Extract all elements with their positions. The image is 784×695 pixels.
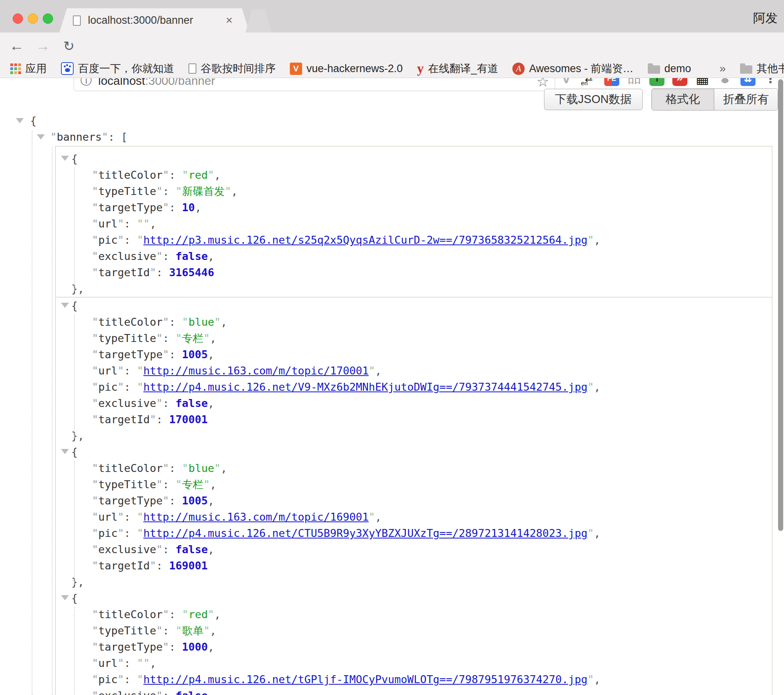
download-json-button[interactable]: 下载JSON数据 [544, 89, 643, 110]
json-object-close-line: }, [56, 281, 772, 297]
json-banner-object: {"titleColor": "red","typeTitle": "歌单","… [56, 590, 772, 695]
indent-guide [74, 607, 75, 695]
json-property-line: "titleColor": "blue", [56, 314, 772, 330]
window-fullscreen-button[interactable] [43, 13, 53, 24]
format-button[interactable]: 格式化 [652, 89, 714, 110]
json-property-line: "targetType": 1005, [56, 346, 772, 363]
json-property-line: "titleColor": "red", [56, 606, 772, 622]
bookmarks-bar: 应用 百度一下，你就知道 谷歌按时间排序 V vue-hackernews-2.… [0, 59, 784, 78]
baidu-paw-icon [61, 62, 74, 75]
other-bookmarks-folder[interactable]: 其他书签 [740, 61, 784, 76]
json-property-line: "typeTitle": "歌单", [56, 622, 772, 639]
json-property-line: "targetId": 3165446 [56, 264, 772, 281]
browser-tab[interactable]: localhost:3000/banner × [59, 8, 249, 32]
page-icon [188, 63, 196, 74]
browser-profile-name[interactable]: 阿发 [753, 10, 778, 27]
json-url-link[interactable]: http://p4.music.126.net/tGPljf-IMOCyPvum… [143, 673, 588, 685]
json-property-line: "exclusive": false, [56, 395, 772, 411]
json-property-line: "exclusive": false, [56, 687, 772, 695]
indent-guide [74, 461, 75, 584]
json-property-line: "url": "http://music.163.com/m/topic/170… [56, 363, 772, 379]
new-tab-button[interactable] [245, 10, 272, 32]
json-property-line: "pic": "http://p4.music.126.net/V9-MXz6b… [56, 379, 772, 395]
tab-favicon-page-icon [73, 15, 81, 26]
json-url-link[interactable]: http://p3.music.126.net/s25q2x5QyqsAzilC… [143, 234, 588, 246]
json-banner-object: {"titleColor": "red","typeTitle": "新碟首发"… [56, 151, 772, 298]
json-viewer: { "banners": [ {"titleColor": "red","typ… [0, 113, 784, 695]
bookmark-vue-hackernews[interactable]: V vue-hackernews-2.0 [290, 63, 403, 75]
json-object-open-line: { [56, 444, 772, 460]
bookmark-baidu[interactable]: 百度一下，你就知道 [61, 61, 174, 76]
json-array-box: {"titleColor": "red","typeTitle": "新碟首发"… [55, 146, 773, 695]
json-property-line: "pic": "http://p3.music.126.net/s25q2x5Q… [56, 232, 772, 248]
youdao-icon: y [417, 61, 424, 76]
json-property-line: "typeTitle": "专栏", [56, 330, 772, 346]
json-object-open-line: { [56, 590, 772, 606]
collapse-all-button[interactable]: 折叠所有 [714, 89, 778, 110]
json-banner-object: {"titleColor": "blue","typeTitle": "专栏",… [56, 298, 772, 444]
json-property-line: "typeTitle": "新碟首发", [56, 183, 772, 199]
collapse-triangle[interactable] [61, 303, 69, 308]
json-property-line: "exclusive": false, [56, 541, 772, 558]
json-property-line: "pic": "http://p4.music.126.net/CTU5B9R9… [56, 525, 772, 541]
collapse-triangle[interactable] [61, 156, 69, 161]
json-url-link[interactable]: http://music.163.com/m/topic/169001 [143, 511, 369, 523]
json-property-line: "targetId": 170001 [56, 411, 772, 428]
collapse-triangle[interactable] [61, 595, 69, 600]
json-property-line: "url": "", [56, 216, 772, 232]
json-object-open-line: { [56, 298, 772, 314]
tab-close-icon[interactable]: × [226, 14, 233, 27]
apps-grid-icon [10, 63, 21, 74]
bookmark-demo-folder[interactable]: demo [648, 63, 691, 75]
json-root-line: { [0, 113, 784, 129]
bookmark-google-sort[interactable]: 谷歌按时间排序 [188, 61, 276, 76]
json-property-line: "typeTitle": "专栏", [56, 476, 772, 493]
json-banners-line: "banners": [ [0, 129, 784, 145]
json-property-line: "targetType": 1000, [56, 639, 772, 655]
folder-icon [648, 65, 660, 74]
json-url-link[interactable]: http://music.163.com/m/topic/170001 [143, 365, 369, 377]
json-banner-object: {"titleColor": "blue","typeTitle": "专栏",… [56, 444, 772, 590]
json-object-close-line: }, [56, 428, 772, 444]
vue-v-icon: V [290, 63, 302, 75]
window-minimize-button[interactable] [28, 13, 38, 24]
json-property-line: "exclusive": false, [56, 248, 772, 264]
json-property-line: "pic": "http://p4.music.126.net/tGPljf-I… [56, 671, 772, 687]
indent-guide [74, 315, 75, 438]
back-button[interactable]: ← [9, 38, 25, 54]
json-object-close-line: }, [56, 574, 772, 590]
indent-guide [74, 168, 75, 291]
json-property-line: "targetType": 10, [56, 199, 772, 216]
bookmarks-overflow-chevron[interactable]: » [719, 62, 726, 75]
json-url-link[interactable]: http://p4.music.126.net/V9-MXz6b2MNhEKju… [143, 381, 588, 393]
browser-toolbar: ← → ↻ ⓘ localhost:3000/banner ☆ V ⇄ 英 en… [0, 32, 784, 59]
json-property-line: "titleColor": "blue", [56, 460, 772, 476]
vertical-scrollbar-thumb[interactable] [778, 79, 783, 531]
json-property-line: "targetType": 1005, [56, 493, 772, 509]
json-property-line: "url": "", [56, 655, 772, 671]
forward-button[interactable]: → [35, 38, 51, 54]
view-mode-button-group: 格式化 折叠所有 [651, 88, 778, 111]
bookmark-youdao-translate[interactable]: y 在线翻译_有道 [417, 61, 498, 76]
json-object-open-line: { [56, 151, 772, 167]
json-property-line: "targetId": 169001 [56, 558, 772, 574]
tab-strip: localhost:3000/banner × 阿发 [0, 0, 784, 32]
awesomes-icon: A [512, 63, 525, 75]
bookmark-awesomes[interactable]: A Awesomes - 前端资… [512, 61, 634, 76]
collapse-triangle[interactable] [61, 449, 69, 454]
bookmark-apps[interactable]: 应用 [10, 61, 47, 76]
json-url-link[interactable]: http://p4.music.126.net/CTU5B9R9y3XyYBZX… [143, 527, 588, 539]
folder-icon [740, 65, 752, 74]
json-property-line: "url": "http://music.163.com/m/topic/169… [56, 509, 772, 525]
json-property-line: "titleColor": "red", [56, 167, 772, 183]
window-close-button[interactable] [13, 13, 23, 24]
tab-title: localhost:3000/banner [88, 14, 193, 27]
reload-button[interactable]: ↻ [61, 38, 77, 54]
